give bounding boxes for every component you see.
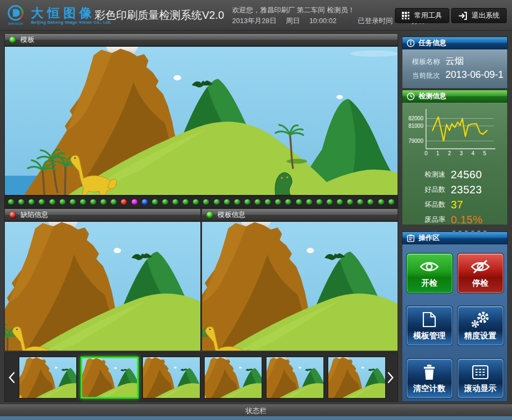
filmstrip-thumbs [19,357,386,399]
detect-info-title: 检测信息 [419,91,446,101]
stat-row-bad: 坏品数 37 [407,197,507,212]
task-row: 模板名称 云烟 [412,55,507,67]
scroll-display-button[interactable]: 滚动显示 [458,359,503,398]
exit-icon [458,12,467,20]
led-dot-green [244,199,250,205]
led-dot-green [172,199,178,205]
svg-text:2: 2 [448,150,451,156]
led-dot-green [296,199,302,205]
led-dot-green [224,199,230,205]
start-inspection-button[interactable]: 开检 [407,254,452,293]
stat-value: 0.15% [451,214,482,226]
stat-row-reject-rate: 废品率 0.15% [407,212,507,227]
template-info-panel-title: 模板信息 [218,210,246,220]
start-inspection-label: 开检 [421,278,437,288]
operations-body: 开检 停检 模板管理 [402,244,508,402]
task-row: 当前批次 2013-06-09-1 [412,69,507,81]
green-led-icon [206,212,213,219]
thumbnail-2[interactable] [81,357,139,399]
thumbnail-5[interactable] [266,357,324,399]
led-dot-green [347,199,353,205]
led-dot-green [367,199,373,205]
led-dot-green [162,199,168,205]
svg-text:4: 4 [471,150,474,156]
detect-info-body: 820008100079000012345 检测速 24560 好品数 2352… [402,103,508,225]
app-grid-icon [402,12,410,20]
precision-settings-button[interactable]: 精度设置 [458,306,503,345]
current-batch-value: 2013-06-09-1 [445,69,503,81]
led-dots-strip [4,195,398,208]
stat-value: 24560 [451,169,482,181]
led-dot-green [18,199,24,205]
led-dot-green [183,199,189,205]
led-dot-green [28,199,34,205]
operations-panel: 操作区 开检 停 [402,231,508,402]
led-dot-green [285,199,291,205]
led-dot-green [100,199,106,205]
precision-settings-label: 精度设置 [464,331,496,341]
led-dot-green [49,199,55,205]
thumbnail-3[interactable] [142,357,200,399]
stat-label: 检测速 [407,170,445,179]
prev-thumbnails-button[interactable] [7,369,17,386]
detect-info-header: 检测信息 [402,90,508,103]
bottom-accent-strip [0,416,512,420]
status-bar: 状态栏 [0,404,512,416]
task-info-title: 任务信息 [419,38,446,48]
template-info-panel-header: 模板信息 [201,208,398,221]
led-dot-blue [142,199,148,205]
template-manage-label: 模板管理 [413,331,445,341]
led-dot-green [60,199,66,205]
template-panel-header: 模板 [4,33,398,46]
green-led-icon [9,37,16,44]
scroll-grid-icon [472,364,489,381]
template-image [5,47,398,195]
logo-mark-caption: IMAVISION [8,22,23,25]
led-dot-green [265,199,271,205]
thumbnail-6[interactable] [328,357,386,399]
template-image-viewer [4,46,398,195]
task-info-body: 模板名称 云烟 当前批次 2013-06-09-1 [402,49,508,89]
led-dot-green [337,199,343,205]
svg-text:81000: 81000 [408,123,423,129]
stat-row-good: 好品数 23523 [407,182,507,197]
led-dot-green [214,199,220,205]
led-dot-green [193,199,199,205]
led-dot-green [8,199,14,205]
clear-count-button[interactable]: 清空计数 [407,359,452,398]
svg-text:1: 1 [436,150,439,156]
template-name-value: 云烟 [445,55,464,67]
time-text: 10:00:02 [309,17,337,25]
weekday-text: 周日 [286,17,300,25]
defect-image [5,222,200,351]
thumbnail-1[interactable] [19,357,77,399]
stat-label: 好品数 [407,185,445,194]
defect-panel-title: 缺陷信息 [20,210,48,220]
template-manage-button[interactable]: 模板管理 [407,306,452,345]
next-thumbnails-button[interactable] [386,369,395,386]
header: IMAVISION 大恒图像 Beijing Daheng Image Visi… [0,0,512,31]
clear-count-label: 清空计数 [413,383,445,394]
template-panel-title: 模板 [20,35,34,45]
led-dot-green [306,199,312,205]
svg-text:5: 5 [483,150,486,156]
exit-system-button[interactable]: 退出系统 [451,8,507,23]
common-tools-button[interactable]: 常用工具 [395,8,449,23]
operations-header: 操作区 [402,231,508,244]
led-dot-green [327,199,333,205]
template-info-image-viewer [201,221,398,351]
chevron-left-icon [9,372,15,383]
template-info-image [202,222,398,351]
led-dot-magenta [132,199,138,205]
thumbnail-4[interactable] [204,357,262,399]
logo-mark-icon: IMAVISION [5,4,27,26]
stop-inspection-button[interactable]: 停检 [458,254,503,293]
info-icon [407,39,415,47]
red-led-icon [9,212,16,219]
led-dot-green [152,199,158,205]
led-dot-green [275,199,281,205]
task-label: 模板名称 [412,57,440,67]
scroll-display-label: 滚动显示 [464,383,496,394]
stat-value: 23523 [451,184,482,196]
defect-panel-header: 缺陷信息 [4,208,201,221]
